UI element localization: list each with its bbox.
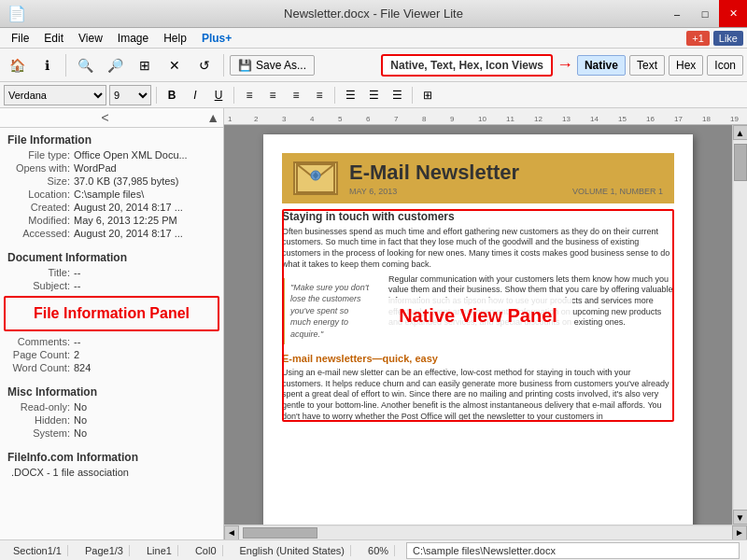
google-plus-button[interactable]: +1	[686, 31, 710, 46]
fileinfo-section-title: FileInfo.com Information	[0, 445, 223, 466]
zoom-out-icon[interactable]: 🔎	[102, 52, 128, 78]
envelope-icon	[293, 161, 338, 195]
content-area: < ▲ File Information File type: Office O…	[0, 108, 747, 560]
toolbar: 🏠 ℹ 🔍 🔎 ⊞ ✕ ↺ 💾 Save As... Native, Text,…	[0, 49, 747, 82]
svg-text:1: 1	[228, 115, 233, 123]
menu-file[interactable]: File	[4, 30, 36, 47]
facebook-button[interactable]: Like	[713, 31, 743, 46]
minimize-button[interactable]: –	[663, 0, 691, 27]
panel-toggle-button[interactable]: <	[101, 110, 108, 125]
svg-text:16: 16	[646, 115, 655, 123]
format-sep-4	[412, 87, 413, 104]
section1-text: Often businesses spend as much time and …	[282, 227, 674, 271]
file-type-row: File type: Office Open XML Docu...	[0, 148, 223, 161]
horizontal-scrollbar[interactable]: ◄ ►	[224, 525, 747, 539]
menubar: File Edit View Image Help Plus+ +1 Like	[0, 28, 747, 49]
doc-title-row: Title: --	[0, 266, 223, 279]
svg-text:2: 2	[254, 115, 259, 123]
bold-button[interactable]: B	[162, 85, 182, 105]
view-tab-icon[interactable]: Icon	[707, 55, 743, 76]
accessed-label: Accessed:	[4, 228, 74, 239]
app-icon: 📄	[7, 5, 26, 22]
h-scroll-track[interactable]	[239, 526, 732, 539]
menu-plus[interactable]: Plus+	[194, 30, 239, 47]
save-icon: 💾	[238, 59, 252, 72]
close-button[interactable]: ✕	[719, 0, 747, 27]
svg-text:12: 12	[534, 115, 543, 123]
doc-info-section-title: Document Information	[0, 245, 223, 266]
quote-text-area: "Make sure you don't lose the customers …	[282, 274, 674, 348]
doc-subject-value: --	[74, 280, 80, 291]
ruler-svg: 1 2 3 4 5 6 7 8 9 10 11 12 13 14	[226, 108, 745, 125]
svg-text:5: 5	[338, 115, 343, 123]
misc-info-section-title: Misc Information	[0, 380, 223, 400]
section2-title: E-mail newsletters—quick, easy	[282, 352, 674, 366]
section2-text: Using an e-mail new sletter can be an ef…	[282, 368, 674, 422]
refresh-icon[interactable]: ↺	[191, 52, 218, 78]
menu-image[interactable]: Image	[110, 30, 156, 47]
svg-text:8: 8	[422, 115, 427, 123]
align-right-button[interactable]: ≡	[286, 85, 306, 105]
info-icon[interactable]: ℹ	[34, 52, 60, 78]
list-button-1[interactable]: ☰	[340, 85, 360, 105]
font-size-select[interactable]: 9	[109, 85, 151, 105]
menu-view[interactable]: View	[71, 30, 110, 47]
scroll-down-arrow[interactable]: ▼	[733, 510, 748, 525]
menu-edit[interactable]: Edit	[36, 30, 71, 47]
fileinfo-text-row: .DOCX - 1 file association	[0, 466, 223, 479]
list-button-3[interactable]: ☰	[387, 85, 407, 105]
doc-title-value: --	[74, 267, 80, 278]
hidden-row: Hidden: No	[0, 413, 223, 427]
view-tab-hex[interactable]: Hex	[669, 55, 703, 76]
newsletter-volume: VOLUME 1, NUMBER 1	[572, 187, 663, 196]
doc-area: E-Mail Newsletter MAY 6, 2013 VOLUME 1, …	[224, 125, 747, 525]
svg-text:19: 19	[730, 115, 739, 123]
menu-help[interactable]: Help	[156, 30, 194, 47]
file-path: C:\sample files\Newsletter.docx	[413, 545, 556, 556]
scroll-track[interactable]	[734, 140, 747, 510]
list-button-2[interactable]: ☰	[363, 85, 384, 105]
page-count-row: Page Count: 2	[0, 348, 223, 361]
scroll-right-arrow[interactable]: ►	[732, 525, 747, 540]
align-left-button[interactable]: ≡	[239, 85, 260, 105]
scroll-up-arrow[interactable]: ▲	[733, 125, 748, 140]
vertical-scrollbar[interactable]: ▲ ▼	[732, 125, 747, 525]
close-icon[interactable]: ✕	[162, 52, 188, 78]
more-format-button[interactable]: ⊞	[417, 85, 438, 105]
newsletter-date: MAY 6, 2013	[349, 187, 397, 196]
view-tab-text[interactable]: Text	[629, 55, 665, 76]
save-as-button[interactable]: 💾 Save As...	[230, 55, 315, 76]
word-count-label: Word Count:	[4, 362, 74, 373]
svg-text:3: 3	[282, 115, 287, 123]
home-icon[interactable]: 🏠	[4, 52, 30, 78]
save-label: Save As...	[256, 59, 306, 72]
fit-icon[interactable]: ⊞	[132, 52, 158, 78]
panels-area: < ▲ File Information File type: Office O…	[0, 108, 747, 539]
file-info-panel-label: File Information Panel	[9, 301, 214, 326]
titlebar: 📄 Newsletter.docx - File Viewer Lite – □…	[0, 0, 747, 28]
format-sep-2	[233, 87, 234, 104]
read-only-label: Read-only:	[4, 401, 74, 413]
align-justify-button[interactable]: ≡	[309, 85, 330, 105]
scroll-left-arrow[interactable]: ◄	[224, 525, 239, 540]
font-select[interactable]: Verdana	[4, 85, 106, 105]
modified-value: May 6, 2013 12:25 PM	[74, 215, 177, 226]
italic-button[interactable]: I	[185, 85, 205, 105]
word-count-value: 824	[74, 362, 91, 373]
status-line: Line1	[141, 545, 178, 556]
svg-text:15: 15	[618, 115, 627, 123]
document-page: E-Mail Newsletter MAY 6, 2013 VOLUME 1, …	[263, 134, 693, 525]
align-center-button[interactable]: ≡	[262, 85, 283, 105]
path-bar: C:\sample files\Newsletter.docx	[406, 542, 740, 559]
newsletter-header: E-Mail Newsletter MAY 6, 2013 VOLUME 1, …	[282, 153, 674, 203]
panel-scroll-up[interactable]: ▲	[206, 110, 219, 125]
zoom-in-icon[interactable]: 🔍	[72, 52, 98, 78]
maximize-button[interactable]: □	[691, 0, 719, 27]
doc-title-label: Title:	[4, 267, 74, 278]
view-tab-native[interactable]: Native	[577, 55, 626, 76]
document-view[interactable]: E-Mail Newsletter MAY 6, 2013 VOLUME 1, …	[224, 125, 732, 525]
underline-button[interactable]: U	[208, 85, 229, 105]
scroll-thumb[interactable]	[734, 144, 747, 181]
h-scroll-thumb[interactable]	[243, 527, 317, 539]
toolbar-separator-1	[65, 54, 66, 77]
